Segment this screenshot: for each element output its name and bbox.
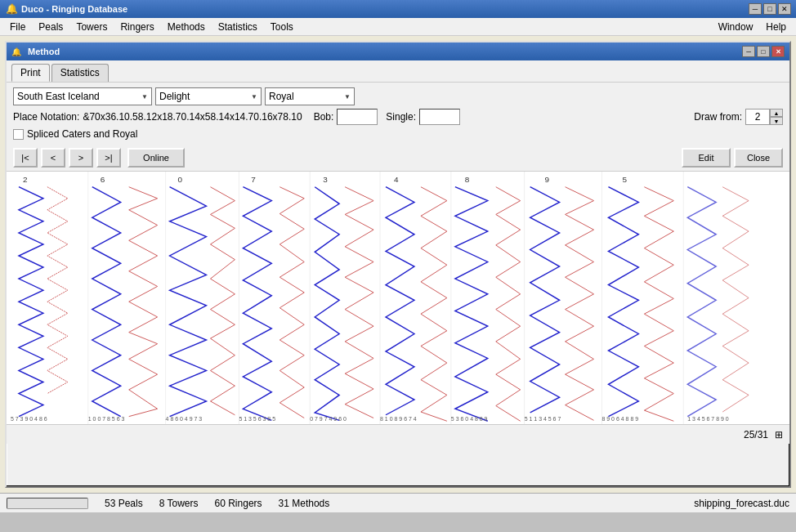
title-bar: 🔔 Duco - Ringing Database ─ □ ✕: [0, 0, 796, 18]
location-arrow-icon: ▼: [141, 93, 148, 101]
inner-maximize-button[interactable]: □: [757, 46, 770, 57]
location-dropdown[interactable]: South East Iceland ▼: [13, 87, 152, 105]
close-button[interactable]: ✕: [778, 3, 791, 15]
filename: shipping_forecast.duc: [694, 498, 789, 509]
main-content: 🔔 Method ─ □ ✕ Print Statistics South Ea…: [0, 36, 796, 493]
svg-text:1 3 4 5 6 7 8 9 0: 1 3 4 5 6 7 8 9 0: [687, 416, 729, 422]
app-icon: 🔔: [5, 2, 18, 16]
menu-ringers[interactable]: Ringers: [114, 18, 160, 35]
resize-icon: ⊞: [775, 429, 783, 440]
menu-statistics[interactable]: Statistics: [212, 18, 264, 35]
svg-text:2: 2: [23, 175, 28, 184]
svg-text:0: 0: [178, 175, 183, 184]
spliced-row: Spliced Caters and Royal: [13, 128, 783, 140]
app-title: Duco - Ringing Database: [21, 4, 749, 14]
edit-button[interactable]: Edit: [682, 148, 731, 168]
inner-title-bar: 🔔 Method ─ □ ✕: [7, 42, 789, 60]
first-button[interactable]: |<: [13, 148, 38, 168]
bob-label: Bob:: [314, 111, 334, 123]
bob-input[interactable]: [337, 109, 378, 125]
inner-app-icon: 🔔: [11, 45, 25, 58]
method-value: Delight: [159, 91, 190, 102]
method-arrow-icon: ▼: [251, 93, 257, 101]
menu-bar: File Peals Towers Ringers Methods Statis…: [0, 18, 796, 36]
spin-up-button[interactable]: ▲: [770, 109, 783, 117]
inner-window: 🔔 Method ─ □ ✕ Print Statistics South Ea…: [5, 41, 791, 488]
single-label: Single:: [386, 111, 416, 123]
last-button[interactable]: >|: [96, 148, 121, 168]
svg-text:9: 9: [545, 175, 550, 184]
nav-row: |< < > >| Online Edit Close: [7, 145, 789, 171]
svg-text:4: 4: [394, 175, 399, 184]
method-lines-svg: 2 6 0 7 3 4 8 9 5: [7, 172, 789, 424]
draw-from-spinner[interactable]: 2 ▲ ▼: [745, 109, 783, 125]
svg-text:6: 6: [101, 175, 105, 184]
svg-text:5 1 3 5 6 3 8 5: 5 1 3 5 6 3 8 5: [239, 416, 275, 422]
tab-bar: Print Statistics: [7, 60, 789, 82]
inner-title-buttons: ─ □ ✕: [742, 46, 785, 57]
scroll-bar[interactable]: [7, 498, 88, 509]
place-notation-value: &70x36.10.58.12x18.70.14x58.14x14.70.16x…: [83, 111, 302, 123]
form-area: South East Iceland ▼ Delight ▼ Royal ▼ P…: [7, 82, 789, 145]
single-input[interactable]: [419, 109, 460, 125]
menu-window[interactable]: Window: [712, 18, 760, 35]
stage-dropdown[interactable]: Royal ▼: [265, 87, 355, 105]
svg-text:3: 3: [323, 175, 328, 184]
title-bar-buttons: ─ □ ✕: [749, 3, 791, 15]
dropdown-row: South East Iceland ▼ Delight ▼ Royal ▼: [13, 87, 783, 105]
method-display: 2 6 0 7 3 4 8 9 5: [7, 171, 789, 424]
nav-close-button[interactable]: Close: [734, 148, 783, 168]
menu-peals[interactable]: Peals: [32, 18, 69, 35]
spin-buttons: ▲ ▼: [770, 109, 783, 125]
minimize-button[interactable]: ─: [749, 3, 762, 15]
svg-text:0 7 9 7 4 9 6 0: 0 7 9 7 4 9 6 0: [310, 416, 347, 422]
online-button[interactable]: Online: [127, 148, 185, 168]
methods-count: 31 Methods: [279, 498, 330, 509]
svg-text:8 9 0 6 4 8 8 9: 8 9 0 6 4 8 8 9: [601, 416, 638, 422]
spliced-checkbox[interactable]: [13, 129, 24, 140]
menu-towers[interactable]: Towers: [69, 18, 114, 35]
page-indicator: 25/31: [740, 429, 771, 440]
svg-text:5 7 3 9 0 4 8 6: 5 7 3 9 0 4 8 6: [11, 416, 47, 422]
svg-text:4 8 6 0 4 9 7 3: 4 8 6 0 4 9 7 3: [166, 416, 203, 422]
spliced-label: Spliced Caters and Royal: [27, 128, 137, 140]
prev-button[interactable]: <: [41, 148, 65, 168]
inner-close-button[interactable]: ✕: [771, 46, 785, 57]
draw-from-input[interactable]: 2: [745, 109, 770, 125]
ringers-count: 60 Ringers: [215, 498, 262, 509]
peals-count: 53 Peals: [105, 498, 143, 509]
tab-print[interactable]: Print: [11, 64, 50, 82]
draw-from-label: Draw from:: [694, 111, 742, 123]
towers-count: 8 Towers: [159, 498, 199, 509]
menu-file[interactable]: File: [3, 18, 32, 35]
tab-statistics[interactable]: Statistics: [51, 64, 109, 82]
svg-text:7: 7: [251, 175, 256, 184]
svg-text:5 3 6 0 4 8 8 9: 5 3 6 0 4 8 8 9: [451, 416, 488, 422]
stage-value: Royal: [269, 91, 294, 102]
svg-text:8: 8: [465, 175, 470, 184]
method-dropdown[interactable]: Delight ▼: [155, 87, 262, 105]
menu-help[interactable]: Help: [759, 18, 793, 35]
svg-text:5 1 1 3 4 5 6 7: 5 1 1 3 4 5 6 7: [525, 416, 561, 422]
svg-text:5: 5: [622, 175, 627, 184]
menu-methods[interactable]: Methods: [161, 18, 212, 35]
next-button[interactable]: >: [69, 148, 93, 168]
location-value: South East Iceland: [17, 91, 100, 102]
inner-status-bar: 25/31 ⊞: [7, 424, 789, 444]
inner-window-title: Method: [28, 47, 742, 56]
svg-text:8 1 0 8 9 6 7 4: 8 1 0 8 9 6 7 4: [380, 416, 417, 422]
spin-down-button[interactable]: ▼: [770, 117, 783, 125]
inner-minimize-button[interactable]: ─: [742, 46, 755, 57]
maximize-button[interactable]: □: [763, 3, 776, 15]
stage-arrow-icon: ▼: [344, 93, 351, 101]
svg-text:1 0 0 7 8 5 6 3: 1 0 0 7 8 5 6 3: [88, 416, 125, 422]
bottom-bar: 53 Peals 8 Towers 60 Ringers 31 Methods …: [0, 493, 796, 512]
place-notation-label: Place Notation:: [13, 111, 79, 123]
notation-row: Place Notation: &70x36.10.58.12x18.70.14…: [13, 109, 783, 125]
menu-tools[interactable]: Tools: [264, 18, 300, 35]
